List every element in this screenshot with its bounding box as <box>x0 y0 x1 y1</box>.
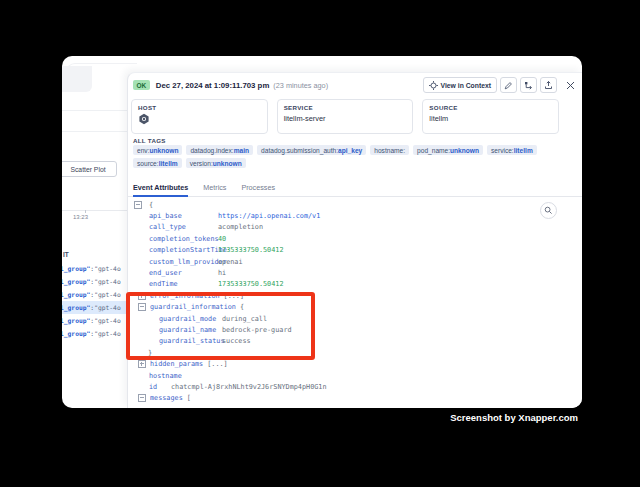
attribute-key: guardrail_information <box>150 303 236 311</box>
tab-event-attributes[interactable]: Event Attributes <box>133 179 188 196</box>
json-object-row: error_information[...] <box>134 290 554 301</box>
list-item[interactable]: l_group":"gpt-4o <box>62 262 128 275</box>
tag-pill[interactable]: pod_name:unknown <box>413 145 483 155</box>
tag-pill[interactable]: service:litellm <box>487 145 537 155</box>
tag-value: litellm <box>514 147 533 154</box>
collapse-icon[interactable] <box>138 303 146 311</box>
summary-cards: HOST SERVICE litellm-server SOURCE litel… <box>131 99 559 134</box>
list-item-key: l_group" <box>62 304 90 311</box>
attribute-key: guardrail_mode <box>159 315 222 323</box>
chart-axis-line <box>62 210 127 211</box>
list-item[interactable]: l_group":"gpt-4o <box>62 288 128 301</box>
close-button[interactable] <box>564 79 577 92</box>
attribute-value[interactable]: https://api.openai.com/v1 <box>218 212 320 220</box>
view-in-context-button[interactable]: View in Context <box>423 77 497 93</box>
attribute-value: chatcmpl-Aj8rxhNLht9v2J6rSNYDmp4pH0G1n <box>171 383 327 391</box>
tag-pill[interactable]: hostname: <box>370 145 409 155</box>
list-item-key: l_group" <box>62 330 90 337</box>
close-brace-row: } <box>134 347 554 358</box>
tag-value: unknown <box>213 160 242 167</box>
attribute-key: hostname <box>149 372 182 380</box>
export-button[interactable] <box>540 77 557 93</box>
collapse-icon[interactable] <box>134 201 142 209</box>
json-attribute-row: end_userhi <box>134 267 554 278</box>
service-card: SERVICE litellm-server <box>277 99 414 134</box>
list-item[interactable]: l_group":"gpt-4o <box>62 275 128 288</box>
tab-processes[interactable]: Processes <box>241 179 275 196</box>
list-item-key: l_group" <box>62 291 90 298</box>
app-window: Scatter Plot 13:23 IT l_group":"gpt-4ol_… <box>62 56 582 408</box>
list-item[interactable]: l_group":"gpt-4o <box>62 327 128 340</box>
tag-pill[interactable]: version:unknown <box>186 158 246 168</box>
object-suffix: { <box>240 303 244 311</box>
page-divider <box>62 131 127 132</box>
list-item-value: :"gpt-4o <box>90 278 120 285</box>
attribute-key: completionStartTime <box>149 246 218 254</box>
search-attributes-button[interactable] <box>540 202 557 219</box>
scatter-plot-button[interactable]: Scatter Plot <box>62 161 117 177</box>
related-traces-icon <box>524 81 533 90</box>
tag-value: unknown <box>149 147 178 154</box>
service-card-label: SERVICE <box>284 104 407 111</box>
tab-metrics[interactable]: Metrics <box>203 179 226 196</box>
source-card: SOURCE litellm <box>422 99 559 134</box>
json-attribute-row: guardrail_modeduring_call <box>134 313 554 324</box>
attribute-key: id <box>149 383 171 391</box>
tag-pill[interactable]: datadog.index:main <box>186 145 253 155</box>
all-tags-label: ALL TAGS <box>133 137 166 144</box>
attribute-key: hidden_params <box>150 360 203 368</box>
list-item-value: :"gpt-4o <box>90 330 120 337</box>
edit-pencil-icon <box>504 81 513 90</box>
list-item-value: :"gpt-4o <box>90 304 120 311</box>
object-suffix: [ <box>187 394 191 402</box>
export-icon <box>544 80 553 90</box>
attribute-key: messages <box>150 394 183 402</box>
chart-axis-tick-label: 13:23 <box>73 214 88 220</box>
related-traces-button[interactable] <box>520 77 537 93</box>
collapse-icon[interactable] <box>138 394 146 402</box>
attribute-key: completion_tokens <box>149 235 218 243</box>
attribute-value: 1735333750.50412 <box>218 246 283 254</box>
event-header: OK Dec 27, 2024 at 1:09:11.703 pm (23 mi… <box>133 76 577 94</box>
host-hexagon-icon <box>138 113 261 125</box>
list-item[interactable]: l_group":"gpt-4o <box>62 301 128 314</box>
tag-key: pod_name: <box>417 147 450 154</box>
json-attribute-row: call_typeacompletion <box>134 222 554 233</box>
event-timestamp: Dec 27, 2024 at 1:09:11.703 pm <box>156 81 270 90</box>
tag-pill[interactable]: datadog.submission_auth:api_key <box>257 145 366 155</box>
json-attribute-row: guardrail_namebedrock-pre-guard <box>134 324 554 335</box>
header-actions: View in Context <box>423 77 557 93</box>
page-gray-block <box>62 66 92 92</box>
attribute-value: during_call <box>222 315 267 323</box>
list-item-key: l_group" <box>62 278 90 285</box>
expand-icon[interactable] <box>138 292 146 300</box>
json-attribute-row: completion_tokens40 <box>134 233 554 244</box>
edit-button[interactable] <box>500 77 517 93</box>
tag-value: api_key <box>338 147 362 154</box>
tag-pill[interactable]: env:unknown <box>133 145 182 155</box>
json-attribute-row: guardrail_statussuccess <box>134 336 554 347</box>
attribute-value: openai <box>218 258 243 266</box>
open-brace: { <box>149 201 153 209</box>
json-object-row: guardrail_information{ <box>134 302 554 313</box>
expand-icon[interactable] <box>138 360 146 368</box>
tag-key: datadog.index: <box>190 147 233 154</box>
tag-pill[interactable]: source:litellm <box>133 158 182 168</box>
tag-key: version: <box>190 160 213 167</box>
attribute-value: 40 <box>218 235 226 243</box>
search-icon <box>544 206 553 215</box>
source-card-label: SOURCE <box>429 104 552 111</box>
tag-key: hostname: <box>374 147 405 154</box>
attribute-key: call_type <box>149 223 218 231</box>
view-in-context-target-icon <box>429 81 438 90</box>
attribute-value: success <box>222 337 251 345</box>
host-card: HOST <box>131 99 268 134</box>
status-badge: OK <box>133 80 150 90</box>
attribute-key: custom_llm_provider <box>149 258 218 266</box>
chart-axis-tick <box>85 210 86 213</box>
list-item[interactable]: l_group":"gpt-4o <box>62 314 128 327</box>
json-attribute-row: endTime1735333750.50412 <box>134 279 554 290</box>
list-column-header: IT <box>63 251 69 258</box>
list-item-value: :"gpt-4o <box>90 317 120 324</box>
attribute-key: guardrail_name <box>159 326 222 334</box>
